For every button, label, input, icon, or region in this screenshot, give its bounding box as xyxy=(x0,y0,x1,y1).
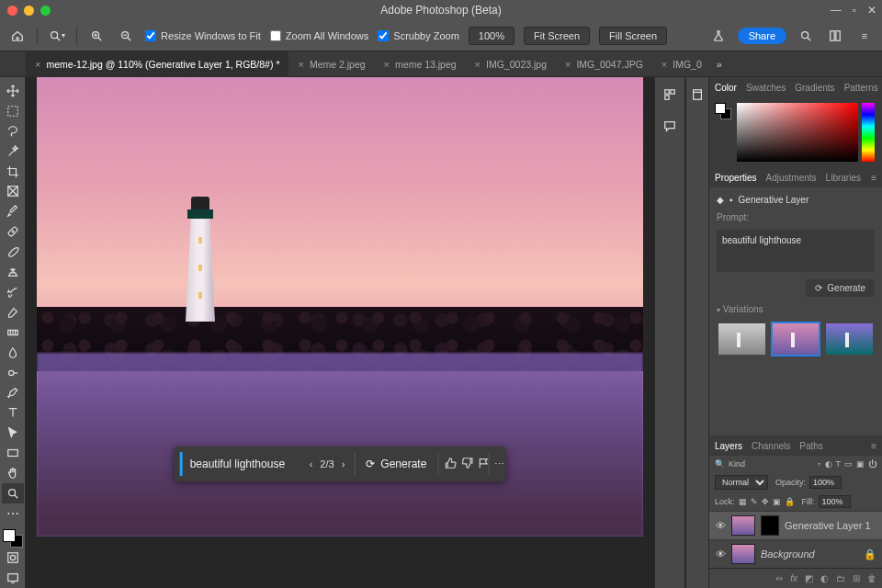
zoom-all-checkbox[interactable]: Zoom All Windows xyxy=(270,30,368,41)
dodge-tool[interactable] xyxy=(2,363,24,383)
lock-position-icon[interactable]: ✥ xyxy=(762,497,769,506)
color-swatches[interactable] xyxy=(3,529,23,548)
variation-thumbnail[interactable] xyxy=(824,322,875,356)
color-panel[interactable] xyxy=(709,97,882,167)
prompt-input[interactable] xyxy=(190,458,300,470)
frame-tool[interactable] xyxy=(2,182,24,202)
hue-slider[interactable] xyxy=(862,103,875,162)
close-tab-icon[interactable]: × xyxy=(565,59,571,70)
tab-gradients[interactable]: Gradients xyxy=(795,83,834,93)
tab-adjustments[interactable]: Adjustments xyxy=(766,173,817,183)
document-tab[interactable]: ×IMG_0023.jpg xyxy=(466,51,556,77)
pen-tool[interactable] xyxy=(2,383,24,403)
layer-item[interactable]: 👁Generative Layer 1 xyxy=(709,511,882,539)
document-tab[interactable]: ×IMG_0047.JPG xyxy=(556,51,652,77)
clone-stamp-tool[interactable] xyxy=(2,262,24,282)
overflow-tabs-icon[interactable]: » xyxy=(711,59,728,70)
fill-screen-button[interactable]: Fill Screen xyxy=(599,27,667,45)
tab-paths[interactable]: Paths xyxy=(799,441,823,451)
group-icon[interactable]: 🗀 xyxy=(836,573,845,583)
share-button[interactable]: Share xyxy=(738,28,786,44)
gradient-tool[interactable] xyxy=(2,322,24,343)
brush-tool[interactable] xyxy=(2,242,24,262)
panel-menu-icon[interactable]: ≡ xyxy=(854,26,875,46)
tab-libraries[interactable]: Libraries xyxy=(826,173,861,183)
layer-mask-icon[interactable]: ◩ xyxy=(805,573,813,583)
zoom-in-icon[interactable] xyxy=(86,26,107,46)
adjustment-layer-icon[interactable]: ◐ xyxy=(820,573,829,583)
screen-mode-icon[interactable] xyxy=(2,568,24,588)
document-tab[interactable]: ×IMG_0 xyxy=(652,51,711,77)
tab-layers[interactable]: Layers xyxy=(715,441,742,451)
crop-tool[interactable] xyxy=(2,162,24,182)
zoom-tool-icon[interactable]: ▾ xyxy=(47,26,67,46)
healing-tool[interactable] xyxy=(2,221,24,242)
filter-adjustment-icon[interactable]: ◐ xyxy=(825,459,832,469)
delete-layer-icon[interactable]: 🗑 xyxy=(867,573,876,583)
edit-toolbar[interactable]: ⋯ xyxy=(2,503,24,524)
close-tab-icon[interactable]: × xyxy=(662,59,667,70)
blend-mode-select[interactable]: Normal xyxy=(715,475,768,490)
quick-mask-icon[interactable] xyxy=(2,548,24,568)
variation-thumbnail[interactable] xyxy=(717,322,767,356)
more-icon[interactable]: ⋯ xyxy=(489,458,505,470)
thumbs-up-icon[interactable] xyxy=(438,457,455,471)
resize-windows-checkbox[interactable]: Resize Windows to Fit xyxy=(145,30,261,41)
filter-type-icon[interactable]: T xyxy=(836,459,842,469)
zoom-out-icon[interactable] xyxy=(116,26,136,46)
magic-wand-tool[interactable] xyxy=(2,141,24,162)
beaker-icon[interactable] xyxy=(708,26,729,46)
history-brush-tool[interactable] xyxy=(2,282,24,302)
close-window-icon[interactable] xyxy=(7,6,17,16)
visibility-icon[interactable]: 👁 xyxy=(715,520,726,531)
minimize-icon[interactable]: — xyxy=(831,4,842,17)
layer-fx-icon[interactable]: fx xyxy=(790,573,797,583)
filter-smart-icon[interactable]: ▣ xyxy=(856,459,865,469)
document-canvas[interactable]: ‹ 2/3 › ⟳ Generate ⋯ xyxy=(37,77,643,537)
hand-tool[interactable] xyxy=(2,463,24,483)
tab-swatches[interactable]: Swatches xyxy=(746,83,786,93)
generate-button-panel[interactable]: ⟳ Generate xyxy=(806,279,875,297)
close-tab-icon[interactable]: × xyxy=(384,59,390,70)
fill-input[interactable] xyxy=(819,495,851,508)
close-tab-icon[interactable]: × xyxy=(35,59,40,70)
visibility-icon[interactable]: 👁 xyxy=(715,548,726,560)
close-tab-icon[interactable]: × xyxy=(298,59,303,70)
lasso-tool[interactable] xyxy=(2,121,24,141)
minimize-window-icon[interactable] xyxy=(24,6,34,16)
lock-brush-icon[interactable]: ✎ xyxy=(751,497,758,506)
lock-pixels-icon[interactable]: ▦ xyxy=(739,497,747,506)
marquee-tool[interactable] xyxy=(2,101,24,121)
filter-toggle-icon[interactable]: ⏻ xyxy=(868,459,876,469)
document-tab[interactable]: ×meme-12.jpg @ 110% (Generative Layer 1,… xyxy=(26,51,288,77)
zoom-100-button[interactable]: 100% xyxy=(469,27,514,45)
workspace-icon[interactable] xyxy=(825,26,845,46)
move-tool[interactable] xyxy=(2,81,24,101)
prompt-textarea[interactable]: beautiful lighthouse xyxy=(717,230,875,272)
tab-color[interactable]: Color xyxy=(715,83,737,93)
search-icon[interactable] xyxy=(796,26,816,46)
scrubby-zoom-checkbox[interactable]: Scrubby Zoom xyxy=(378,30,459,41)
flag-icon[interactable] xyxy=(471,457,488,471)
tab-channels[interactable]: Channels xyxy=(752,441,790,451)
next-variation-icon[interactable]: › xyxy=(342,458,345,469)
color-picker[interactable] xyxy=(737,103,858,162)
panel-menu-icon[interactable]: ≡ xyxy=(871,173,882,183)
link-layers-icon[interactable]: ⇔ xyxy=(775,573,783,583)
home-icon[interactable] xyxy=(7,26,28,46)
maximize-icon[interactable]: ▫ xyxy=(853,4,856,17)
comments-panel-icon[interactable] xyxy=(660,116,680,136)
opacity-input[interactable] xyxy=(809,476,842,489)
filter-pixel-icon[interactable]: ▫ xyxy=(818,459,820,469)
rectangle-tool[interactable] xyxy=(2,443,24,463)
eraser-tool[interactable] xyxy=(2,302,24,322)
filter-shape-icon[interactable]: ▭ xyxy=(844,459,853,469)
generate-button[interactable]: ⟳ Generate xyxy=(355,447,437,481)
history-panel-icon[interactable] xyxy=(660,85,680,105)
new-layer-icon[interactable]: ⊞ xyxy=(853,573,860,583)
close-icon[interactable]: ✕ xyxy=(867,4,876,17)
prev-variation-icon[interactable]: ‹ xyxy=(310,458,313,469)
maximize-window-icon[interactable] xyxy=(40,6,51,16)
tab-properties[interactable]: Properties xyxy=(715,173,757,183)
lock-all-icon[interactable]: 🔒 xyxy=(785,497,795,506)
